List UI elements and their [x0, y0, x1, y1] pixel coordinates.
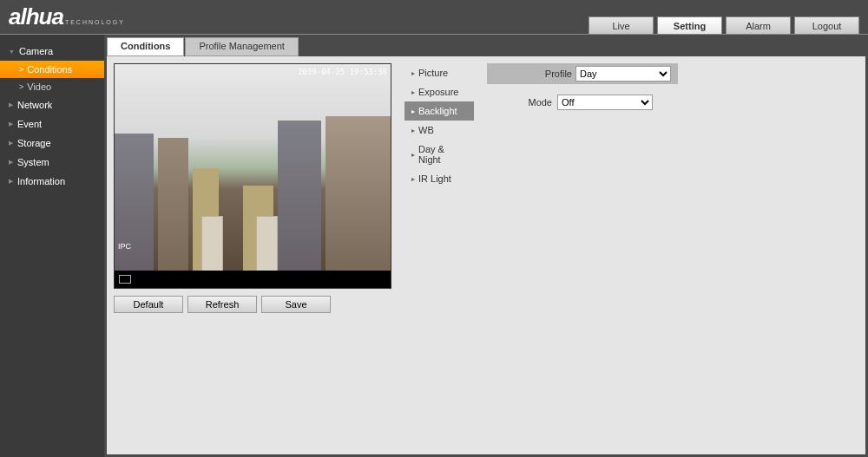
default-button[interactable]: Default [114, 296, 183, 313]
decor [115, 134, 154, 272]
sidebar-section-information[interactable]: Information [0, 172, 104, 191]
sidebar-item-video[interactable]: Video [0, 78, 104, 95]
decor [201, 216, 223, 272]
decor [326, 116, 391, 272]
content-body: 2019-04-25 19:53:38 IPC Default Refresh … [107, 56, 865, 454]
mode-select[interactable]: Off [557, 95, 653, 110]
video-content: 2019-04-25 19:53:38 IPC [115, 64, 391, 272]
decor [256, 216, 278, 272]
video-timestamp: 2019-04-25 19:53:38 [298, 68, 387, 76]
video-preview: 2019-04-25 19:53:38 IPC [114, 63, 391, 289]
tab-profile-management[interactable]: Profile Management [185, 37, 298, 56]
left-panel: 2019-04-25 19:53:38 IPC Default Refresh … [114, 63, 391, 447]
profile-select[interactable]: Day [575, 66, 671, 82]
mode-row: Mode Off [487, 95, 858, 110]
main-container: Camera Conditions Video Network Event St… [0, 35, 868, 457]
sidebar-section-system[interactable]: System [0, 153, 104, 172]
menu-exposure[interactable]: Exposure [404, 82, 474, 101]
settings-menu: Picture Exposure Backlight WB Day & Nigh… [404, 63, 474, 447]
sidebar-section-camera[interactable]: Camera [0, 42, 104, 61]
nav-logout[interactable]: Logout [794, 16, 859, 34]
header: alhua TECHNOLOGY Live Setting Alarm Logo… [0, 0, 868, 35]
profile-label: Profile [545, 69, 572, 79]
menu-picture[interactable]: Picture [404, 63, 474, 82]
tab-bar: Conditions Profile Management [107, 37, 868, 56]
content-area: Conditions Profile Management 2019-0 [104, 35, 868, 457]
nav-setting[interactable]: Setting [657, 16, 722, 34]
sidebar-item-conditions[interactable]: Conditions [0, 61, 104, 78]
nav-alarm[interactable]: Alarm [726, 16, 791, 34]
settings-panel: Profile Day Mode Off [487, 63, 858, 447]
decor [278, 121, 321, 272]
profile-row: Profile Day [487, 63, 678, 84]
logo: alhua TECHNOLOGY [0, 3, 125, 34]
video-toolbar [115, 271, 391, 288]
sidebar-section-event[interactable]: Event [0, 114, 104, 134]
menu-day-night[interactable]: Day & Night [404, 140, 474, 169]
menu-wb[interactable]: WB [404, 121, 474, 140]
video-watermark: IPC [118, 242, 131, 251]
top-nav: Live Setting Alarm Logout [589, 16, 868, 34]
refresh-button[interactable]: Refresh [187, 296, 257, 313]
action-buttons: Default Refresh Save [114, 296, 391, 313]
menu-backlight[interactable]: Backlight [404, 101, 474, 121]
sidebar: Camera Conditions Video Network Event St… [0, 35, 104, 457]
decor [158, 138, 188, 272]
sidebar-section-network[interactable]: Network [0, 95, 104, 114]
menu-ir-light[interactable]: IR Light [404, 169, 474, 188]
logo-text: alhua [9, 3, 63, 30]
mode-label: Mode [513, 97, 552, 108]
logo-tagline: TECHNOLOGY [65, 19, 125, 25]
save-button[interactable]: Save [261, 296, 331, 313]
nav-live[interactable]: Live [589, 16, 654, 34]
sidebar-section-storage[interactable]: Storage [0, 134, 104, 153]
fullscreen-icon[interactable] [119, 275, 131, 284]
tab-conditions[interactable]: Conditions [107, 37, 184, 56]
